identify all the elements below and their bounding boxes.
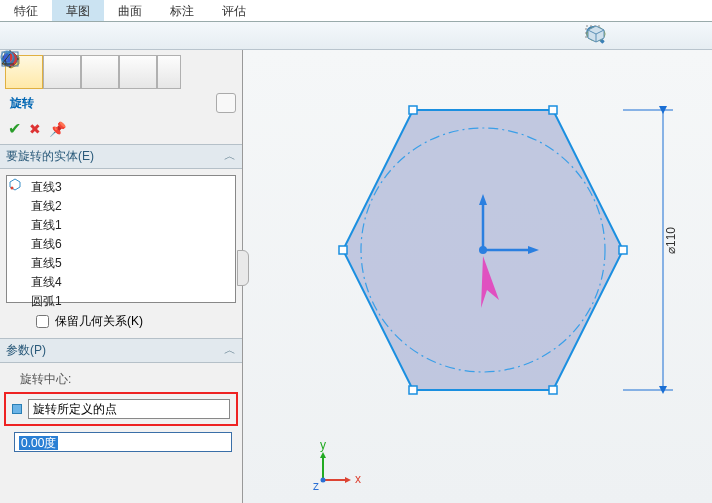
tab-surface[interactable]: 曲面 [104, 0, 156, 21]
vertex-handle[interactable] [549, 106, 557, 114]
list-item[interactable]: 直线1 [9, 216, 233, 235]
collapse-icon[interactable]: ︿ [224, 148, 236, 165]
axis-gizmo: x y z [313, 438, 361, 493]
svg-text:x: x [355, 472, 361, 486]
pin-button[interactable]: 📌 [49, 121, 66, 137]
svg-point-20 [11, 187, 14, 190]
svg-text:y: y [320, 438, 326, 452]
ok-button[interactable]: ✔ [8, 119, 21, 138]
vertex-handle[interactable] [339, 246, 347, 254]
toolbar [0, 22, 712, 50]
dimension-label: ⌀110 [664, 227, 678, 254]
list-item[interactable]: 直线2 [9, 197, 233, 216]
center-input[interactable] [28, 399, 230, 419]
tab-feature[interactable]: 特征 [0, 0, 52, 21]
vertex-handle[interactable] [409, 106, 417, 114]
panel-tab-props[interactable] [43, 55, 81, 89]
panel-tab-tree[interactable] [81, 55, 119, 89]
feature-title: 旋转 [10, 95, 34, 112]
section-icon[interactable] [680, 24, 704, 46]
tab-sketch[interactable]: 草图 [52, 0, 104, 21]
keep-relations-checkbox[interactable] [36, 315, 49, 328]
entities-header[interactable]: 要旋转的实体(E) ︿ [0, 144, 242, 169]
zoom-area-icon[interactable] [616, 24, 640, 46]
list-item[interactable]: 直线5 [9, 254, 233, 273]
entities-list[interactable]: 直线3 直线2 直线1 直线6 直线5 直线4 圆弧1 [6, 175, 236, 303]
highlight-box [4, 392, 238, 426]
point-marker-icon [12, 404, 22, 414]
angle-value: 0.00度 [19, 436, 58, 450]
center-label: 旋转中心: [8, 369, 234, 390]
list-item[interactable]: 直线3 [9, 178, 233, 197]
collapse-icon[interactable]: ︿ [224, 342, 236, 359]
property-panel: 旋转 ? ✔ ✖ 📌 要旋转的实体(E) ︿ 直线3 直线2 直线1 直线6 直… [0, 50, 243, 503]
graphics-viewport[interactable]: ⌀110 x y z [243, 50, 712, 503]
params-header-label: 参数(P) [6, 342, 46, 359]
svg-point-29 [321, 478, 326, 483]
params-header[interactable]: 参数(P) ︿ [0, 338, 242, 363]
svg-point-26 [479, 246, 487, 254]
vertex-handle[interactable] [619, 246, 627, 254]
list-item[interactable]: 直线6 [9, 235, 233, 254]
entities-header-label: 要旋转的实体(E) [6, 148, 94, 165]
vertex-handle[interactable] [549, 386, 557, 394]
tab-evaluate[interactable]: 评估 [208, 0, 260, 21]
sketch-canvas: ⌀110 x y z [243, 50, 712, 500]
appearance-icon[interactable] [648, 24, 672, 46]
angle-input[interactable]: 0.00度 [14, 432, 232, 452]
list-item[interactable]: 直线4 [9, 273, 233, 292]
vertex-handle[interactable] [409, 386, 417, 394]
panel-tab-half[interactable] [157, 55, 181, 89]
keep-relations-label: 保留几何关系(K) [55, 313, 143, 330]
tab-annotation[interactable]: 标注 [156, 0, 208, 21]
panel-tab-target[interactable] [119, 55, 157, 89]
svg-text:z: z [313, 479, 319, 493]
help-button[interactable]: ? [216, 93, 236, 113]
cancel-button[interactable]: ✖ [29, 121, 41, 137]
ribbon-tabs: 特征 草图 曲面 标注 评估 [0, 0, 712, 22]
